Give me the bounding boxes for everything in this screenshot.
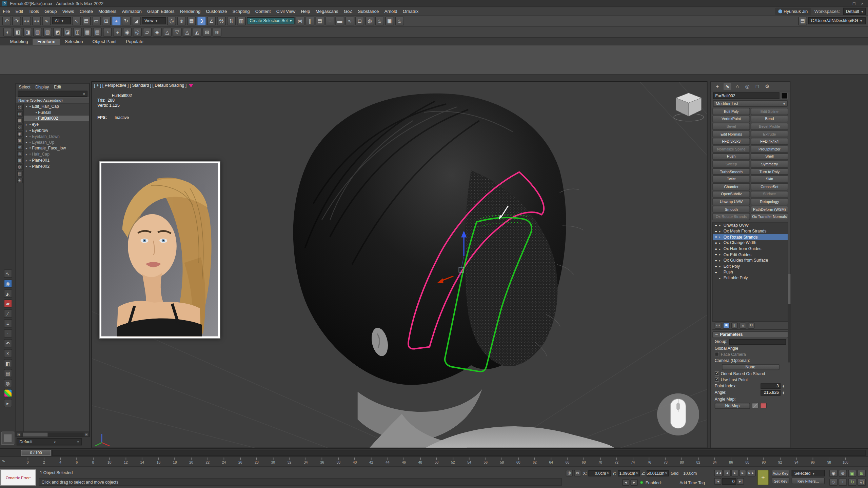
group-input[interactable] (729, 339, 786, 345)
mirror-strokes-icon[interactable]: ◧ (4, 359, 12, 367)
menu-item[interactable]: Graph Editors (144, 7, 177, 15)
wave-brush-tool-icon[interactable]: ≋ (213, 27, 221, 36)
explorer-filter-cameras-icon[interactable]: ▣ (17, 138, 22, 143)
preset-dropdown[interactable]: Default ▾ ≡ (17, 438, 82, 445)
border-mode-tool-icon[interactable]: ◫ (73, 27, 82, 36)
hair-comb-icon[interactable]: ≡ (4, 319, 12, 327)
layers-icon[interactable]: ▤ (4, 369, 12, 377)
scene-object-row[interactable]: ▸ ● Plane001 (24, 157, 89, 163)
stack-expand-icon[interactable]: ▸ (719, 265, 723, 268)
modifier-button[interactable]: Smooth (712, 206, 750, 213)
use-pivot-point-icon[interactable]: ◎ (167, 16, 176, 25)
step-build-tool-icon[interactable]: ▱ (143, 27, 152, 36)
menu-item[interactable]: Modifiers (96, 7, 119, 15)
ribbon-tab[interactable]: Populate (121, 39, 148, 45)
viewport-label[interactable]: [ + ] [ Perspective ] [ Standard ] [ Def… (94, 83, 187, 88)
scene-object-row[interactable]: ▸ ● Female_Face_low (24, 145, 89, 151)
maximize-viewport-toggle-icon[interactable]: ◱ (857, 479, 866, 486)
zoom-extents-icon[interactable]: ▣ (848, 470, 856, 477)
point-index-spinner[interactable]: ▲▼ (782, 384, 786, 388)
preset-menu-icon[interactable]: ≡ (77, 440, 79, 444)
modifier-button[interactable]: Chamfer (712, 183, 750, 190)
add-time-tag[interactable]: Add Time Tag (679, 480, 705, 485)
explorer-menu-item[interactable]: Edit (54, 85, 61, 90)
expand-arrow-icon[interactable]: ▸ (25, 152, 28, 156)
noise-brush-tool-icon[interactable]: ⊠ (203, 27, 212, 36)
perspective-viewport[interactable]: [ + ] [ Perspective ] [ Standard ] [ Def… (91, 81, 707, 448)
spinner-snap-icon[interactable]: ⇅ (227, 16, 236, 25)
close-button[interactable]: × (861, 1, 864, 6)
explorer-filter-shapes-icon[interactable]: ◇ (17, 124, 22, 130)
select-and-link-icon[interactable]: ⊶ (22, 16, 31, 25)
modifier-button[interactable]: Shell (751, 153, 788, 160)
modifier-button[interactable]: Ox Rotate Strands (712, 213, 750, 220)
time-tag-right-icon[interactable]: ▸ (631, 479, 638, 486)
face-camera-checkbox[interactable] (715, 352, 719, 357)
menu-item[interactable]: Create (77, 7, 96, 15)
project-folder-icon[interactable]: ▤ (798, 16, 807, 25)
menu-item[interactable]: Substance (355, 7, 381, 15)
soft-selection-tool-icon[interactable]: ◐ (3, 27, 12, 36)
ornatrix-error-badge[interactable]: Ornatrix Error: (1, 469, 36, 486)
modifier-button[interactable]: Surface (751, 190, 788, 198)
modifier-stack-row[interactable]: ● ▸ Ox Change Width (713, 240, 788, 246)
modifier-button[interactable]: OpenSubdiv (712, 190, 750, 198)
select-and-manipulate-icon[interactable]: ⊕ (177, 16, 186, 25)
stack-expand-icon[interactable]: ▸ (719, 259, 723, 262)
modify-tab-icon[interactable]: ∿ (724, 83, 731, 90)
make-unique-icon[interactable]: ◫ (731, 323, 738, 329)
scene-object-row[interactable]: ● FurBall (24, 109, 89, 116)
expand-toolbar-icon[interactable]: ▸ (4, 399, 12, 407)
explorer-find-icon[interactable]: ◎ (17, 105, 22, 110)
track-bar[interactable]: ∿ 02468101214161820222426283032343638404… (0, 456, 868, 466)
toggle-layer-explorer-icon[interactable]: ≡ (326, 16, 334, 25)
explorer-search-input[interactable]: × (18, 91, 87, 97)
modifier-button[interactable]: Retopology (751, 198, 788, 205)
modifier-stack-row[interactable]: ● ▸ Editable Poly (713, 275, 788, 281)
modifier-button[interactable]: CreaseSet (751, 183, 788, 190)
expand-arrow-icon[interactable]: ▸ (25, 123, 28, 126)
pan-view-icon[interactable]: + (839, 479, 847, 486)
object-name-field[interactable]: FurBall002 (713, 93, 780, 99)
scene-object-row[interactable]: ▸ ● Eyelash_Down (24, 133, 89, 139)
display-toggle-eye-icon[interactable]: ◉ (4, 279, 12, 287)
menu-item[interactable]: Civil View (274, 7, 298, 15)
menu-item[interactable]: Help (298, 7, 313, 15)
modifier-button[interactable]: Turn to Poly (751, 168, 788, 175)
go-to-end-icon[interactable]: ►► (747, 470, 755, 476)
modifier-button[interactable]: Push (712, 153, 750, 160)
explorer-sort-header[interactable]: Name (Sorted Ascending) (16, 97, 89, 103)
object-color-swatch[interactable] (781, 93, 788, 99)
shrink-selection-tool-icon[interactable]: ▨ (43, 27, 52, 36)
time-slider-track[interactable] (52, 450, 866, 456)
quick-slice-tool-icon[interactable]: ◔ (103, 27, 112, 36)
select-by-name-icon[interactable]: ▤ (82, 16, 91, 25)
menu-item[interactable]: Ornatrix (400, 7, 421, 15)
show-end-result-icon[interactable]: ▣ (723, 323, 730, 329)
modifier-button[interactable]: FFD 4x4x4 (751, 138, 788, 145)
zoom-extents-all-icon[interactable]: ⊞ (857, 470, 866, 477)
modifier-button[interactable]: Edit Normals (712, 130, 750, 138)
create-selection-set-field[interactable]: Create Selection Set (247, 17, 294, 24)
command-panel-scrollbar[interactable] (788, 274, 791, 362)
clear-search-icon[interactable]: × (83, 91, 85, 96)
remove-modifier-icon[interactable]: × (739, 323, 746, 329)
menu-item[interactable]: Tools (26, 7, 42, 15)
explorer-layers-icon[interactable]: ▤ (17, 171, 22, 176)
rendered-frame-window-icon[interactable]: ▣ (385, 16, 394, 25)
paint-deform-tool-icon[interactable]: ◈ (153, 27, 162, 36)
menu-item[interactable]: Group (42, 7, 60, 15)
modifier-button[interactable]: TurboSmooth (712, 168, 750, 175)
stack-expand-icon[interactable]: ▸ (719, 277, 723, 280)
modifier-stack-row[interactable]: ● ▸ Ox Rotate Strands (713, 234, 788, 240)
element-mode-tool-icon[interactable]: ▤ (93, 27, 102, 36)
key-selection-dropdown[interactable]: Selected (792, 470, 825, 476)
modifier-visibility-icon[interactable]: ● (714, 229, 718, 233)
time-slider-handle[interactable]: 0 / 100 (21, 450, 51, 456)
delete-strokes-icon[interactable]: × (4, 349, 12, 357)
groom-select-icon[interactable]: ↖ (4, 269, 12, 278)
zoom-all-icon[interactable]: ⊕ (839, 470, 847, 477)
modifier-stack-row[interactable]: ● ▸ Ox Edit Guides (713, 252, 788, 258)
palette-icon[interactable]: ◍ (4, 379, 12, 387)
modifier-button[interactable]: Bevel Profile (751, 123, 788, 130)
